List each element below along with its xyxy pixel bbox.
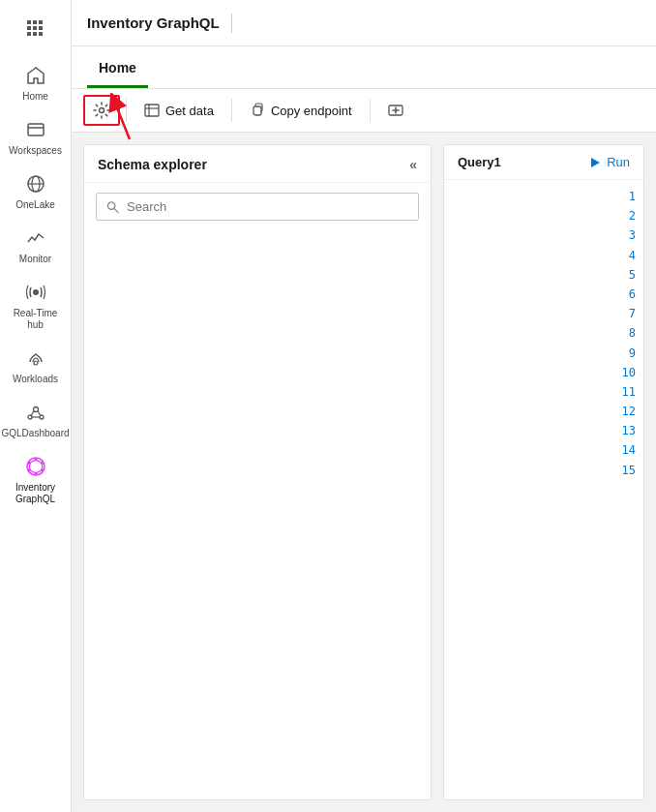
svg-rect-9 <box>28 124 44 135</box>
app-grid-icon[interactable] <box>18 12 53 46</box>
svg-rect-8 <box>39 32 43 36</box>
tab-home[interactable]: Home <box>87 46 148 88</box>
collapse-button[interactable]: « <box>409 157 417 172</box>
content-area: Home <box>72 46 656 812</box>
line-7: 7 <box>452 305 636 323</box>
workloads-icon <box>24 346 47 370</box>
sidebar-item-gqldashboard[interactable]: GQLDashboard <box>0 393 71 447</box>
gear-icon <box>93 102 110 119</box>
app-title: Inventory GraphQL <box>87 15 220 31</box>
svg-point-29 <box>28 462 31 465</box>
toolbar-divider-3 <box>370 99 371 122</box>
query-panel: Query1 Run 1 2 3 4 5 6 7 8 <box>443 144 644 800</box>
svg-rect-2 <box>39 20 43 24</box>
svg-point-30 <box>100 108 104 113</box>
workspaces-icon <box>24 118 47 141</box>
gqldashboard-icon <box>24 401 47 424</box>
sidebar-item-realtime-hub[interactable]: Real-Time hub <box>0 273 71 339</box>
sidebar-item-inventory-graphql[interactable]: Inventory GraphQL <box>0 447 71 513</box>
line-1: 1 <box>452 188 636 206</box>
monitor-icon <box>24 226 47 250</box>
search-icon <box>106 200 119 214</box>
svg-point-27 <box>34 472 37 475</box>
line-4: 4 <box>452 247 636 265</box>
line-3: 3 <box>452 226 636 245</box>
copy-endpoint-label: Copy endpoint <box>271 104 352 118</box>
run-button[interactable]: Run <box>589 155 630 169</box>
sidebar-item-label-inventory-graphql: Inventory GraphQL <box>4 482 67 505</box>
line-11: 11 <box>452 383 636 402</box>
sidebar-item-workspaces[interactable]: Workspaces <box>0 110 71 165</box>
svg-marker-23 <box>29 460 42 473</box>
home-icon <box>24 64 47 87</box>
schema-explorer-title: Schema explorer <box>98 157 207 172</box>
more-button[interactable] <box>376 97 415 124</box>
inventory-graphql-icon <box>24 455 47 478</box>
line-5: 5 <box>452 266 636 285</box>
sidebar-item-home[interactable]: Home <box>0 56 71 110</box>
sidebar-item-workloads[interactable]: Workloads <box>0 339 71 393</box>
copy-endpoint-button[interactable]: Copy endpoint <box>238 97 364 124</box>
sidebar-item-label-workloads: Workloads <box>13 374 58 385</box>
settings-button[interactable] <box>83 95 120 126</box>
line-6: 6 <box>452 286 636 304</box>
get-data-button[interactable]: Get data <box>133 97 225 124</box>
sidebar-item-label-home: Home <box>22 91 48 103</box>
svg-rect-5 <box>39 26 43 30</box>
line-15: 15 <box>452 462 636 480</box>
run-label: Run <box>607 155 630 169</box>
toolbar-divider-1 <box>126 99 127 122</box>
svg-point-17 <box>28 415 32 419</box>
line-10: 10 <box>452 364 636 382</box>
svg-point-15 <box>34 361 38 365</box>
sidebar-item-label-onelake: OneLake <box>15 199 55 211</box>
sidebar-item-label-gqldashboard: GQLDashboard <box>1 428 69 439</box>
line-12: 12 <box>452 403 636 421</box>
sidebar-item-label-workspaces: Workspaces <box>9 145 62 157</box>
topbar: Inventory GraphQL <box>72 0 656 46</box>
svg-point-26 <box>41 468 44 471</box>
sidebar-item-monitor[interactable]: Monitor <box>0 219 71 273</box>
sidebar-item-onelake[interactable]: OneLake <box>0 165 71 219</box>
svg-rect-7 <box>33 32 37 36</box>
svg-rect-1 <box>33 20 37 24</box>
query-header: Query1 Run <box>444 145 643 180</box>
toolbar: Get data Copy endpoint <box>72 89 656 133</box>
svg-point-14 <box>33 289 39 295</box>
realtime-hub-icon <box>24 281 47 304</box>
svg-point-28 <box>28 468 31 471</box>
sidebar: Home Workspaces OneLake Monitor <box>0 0 72 812</box>
search-box[interactable] <box>96 193 419 221</box>
svg-marker-39 <box>591 158 600 167</box>
svg-line-20 <box>38 411 41 416</box>
svg-rect-4 <box>33 26 37 30</box>
sidebar-item-label-realtime: Real-Time hub <box>4 308 67 331</box>
line-numbers: 1 2 3 4 5 6 7 8 9 10 11 12 13 14 15 <box>444 180 643 488</box>
svg-rect-33 <box>145 105 159 116</box>
schema-explorer-panel: Schema explorer « <box>83 144 432 800</box>
svg-rect-6 <box>27 32 31 36</box>
sidebar-item-label-monitor: Monitor <box>19 254 51 265</box>
copy-endpoint-icon <box>250 103 265 118</box>
schema-header: Schema explorer « <box>84 145 431 183</box>
svg-line-38 <box>114 208 118 212</box>
line-14: 14 <box>452 441 636 460</box>
svg-rect-3 <box>27 26 31 30</box>
query-title: Query1 <box>458 155 501 169</box>
search-input[interactable] <box>127 199 408 214</box>
more-icon <box>388 103 403 118</box>
annotation-container <box>83 95 120 126</box>
svg-point-25 <box>41 462 44 465</box>
svg-point-18 <box>40 415 44 419</box>
get-data-label: Get data <box>165 104 214 118</box>
svg-line-19 <box>31 411 34 416</box>
toolbar-divider-2 <box>231 99 232 122</box>
svg-rect-0 <box>27 20 31 24</box>
line-13: 13 <box>452 422 636 440</box>
get-data-icon <box>144 103 160 118</box>
main-content: Inventory GraphQL Home <box>72 0 656 812</box>
panels: Schema explorer « Query1 <box>72 133 656 812</box>
run-icon <box>589 157 601 168</box>
svg-point-24 <box>34 459 37 462</box>
topbar-divider <box>231 14 232 33</box>
